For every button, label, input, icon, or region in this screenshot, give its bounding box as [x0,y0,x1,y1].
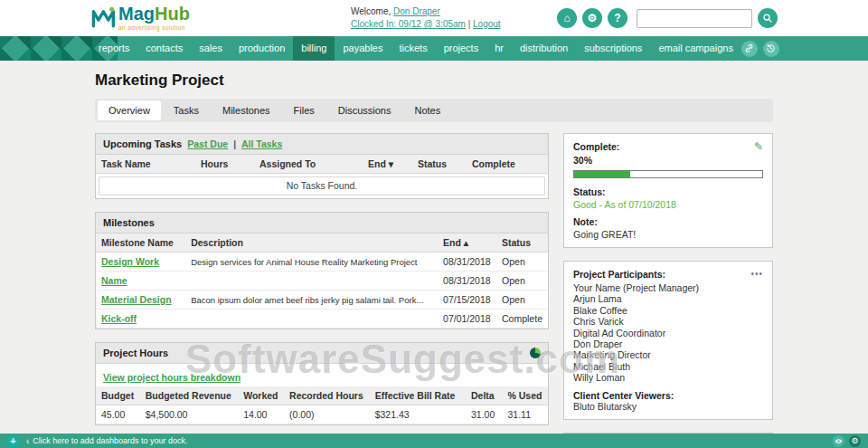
nav-item-sales[interactable]: sales [191,36,231,61]
percent-used-value: 31.11 [502,405,548,424]
settings-icon[interactable]: ⚙ [582,8,602,28]
past-due-link[interactable]: Past Due [187,138,228,149]
milestone-row: Material Design Bacon ipsum dolor amet b… [96,291,548,310]
milestone-description: Bacon ipsum dolor amet beef ribs jerky p… [185,291,438,310]
nav-item-tickets[interactable]: tickets [391,36,435,61]
tab-files[interactable]: Files [282,99,326,122]
no-tasks-message: No Tasks Found. [99,176,545,195]
milestones-table: Milestone Name Description End ▴ Status … [96,234,548,329]
tab-overview[interactable]: Overview [98,100,161,120]
milestone-status: Open [496,272,548,291]
milestone-name-link[interactable]: Material Design [101,294,172,305]
milestone-end-date: 08/31/2018 [438,253,496,272]
participants-list: Your Name (Project Manager) Arjun Lama B… [573,282,763,383]
col-recorded-hours: Recorded Hours [284,386,370,405]
participant: Arjun Lama [573,293,763,304]
maghub-logo[interactable]: MagHub an advertising solution [90,5,190,31]
tab-discussions[interactable]: Discussions [326,99,403,122]
milestones-title: Milestones [103,217,155,228]
col-assigned-to[interactable]: Assigned To [254,155,363,174]
nav-item-billing[interactable]: billing [293,36,335,61]
participant: Don Draper [573,338,763,349]
add-dashboard-icon[interactable]: + [7,435,19,447]
col-status[interactable]: Status [412,155,467,174]
worked-value: 14.00 [238,405,284,424]
nav-item-subscriptions[interactable]: subscriptions [576,36,650,61]
complete-percent: 30% [573,155,763,166]
dock-eye-icon[interactable] [833,435,844,447]
all-tasks-link[interactable]: All Tasks [241,138,282,149]
clocked-in-link[interactable]: Clocked In: 09/12 @ 3:05am [351,19,466,29]
note-label: Note: [573,216,763,227]
home-icon[interactable]: ⌂ [557,8,577,28]
nav-item-distribution[interactable]: distribution [512,36,576,61]
tab-tasks[interactable]: Tasks [162,99,211,122]
progress-bar [573,170,763,178]
milestone-name-link[interactable]: Design Work [101,256,159,267]
col-budgeted-revenue: Budgeted Revenue [140,386,238,405]
col-end-sorted[interactable]: End ▾ [363,155,412,174]
client-viewers-label: Client Center Viewers: [573,390,763,401]
ellipsis-menu-icon[interactable]: ••• [750,270,763,279]
col-status[interactable]: Status [496,234,548,253]
logo-text-mag: Mag [118,4,155,24]
logo-text-hub: Hub [155,4,190,24]
milestone-row: Kick-off 07/01/2018 Complete [96,310,548,329]
participant: Your Name (Project Manager) [573,282,763,293]
milestone-end-date: 08/31/2018 [438,272,496,291]
milestones-panel: Milestones Milestone Name Description En… [95,212,549,329]
milestone-description: Design services for Animal House Reality… [185,253,438,272]
project-hours-title: Project Hours [103,348,168,358]
col-task-name[interactable]: Task Name [96,155,195,174]
participant: Michael Bluth [573,361,763,372]
link-icon[interactable] [741,41,758,57]
dock-gear-icon[interactable]: ⚙ [849,435,861,447]
logout-link[interactable]: Logout [473,19,501,29]
hours-breakdown-link[interactable]: View project hours breakdown [103,372,241,383]
col-hours[interactable]: Hours [195,155,254,174]
upcoming-tasks-table: Task Name Hours Assigned To End ▾ Status… [96,155,548,174]
col-milestone-name[interactable]: Milestone Name [96,234,185,253]
user-name-link[interactable]: Don Draper [393,6,440,16]
project-hours-table: Budget Budgeted Revenue Worked Recorded … [96,386,548,424]
project-hours-panel: Project Hours View project hours breakdo… [95,342,549,425]
milestone-end-date: 07/15/2018 [438,291,496,310]
history-icon[interactable] [763,41,779,57]
main-content: Marketing Project Overview Tasks Milesto… [95,71,773,448]
nav-item-projects[interactable]: projects [436,36,487,61]
nav-item-production[interactable]: production [231,36,293,61]
upcoming-tasks-panel: Upcoming Tasks Past Due | All Tasks Task… [95,133,549,199]
tab-notes[interactable]: Notes [402,99,452,122]
pie-chart-icon[interactable] [530,348,541,358]
col-end-sorted[interactable]: End ▴ [438,234,496,253]
logo-tagline: an advertising solution [118,24,190,31]
search-input[interactable] [637,9,752,28]
tab-milestones[interactable]: Milestones [211,99,282,122]
top-header: MagHub an advertising solution Welcome, … [0,0,868,36]
welcome-block: Welcome, Don Draper Clocked In: 09/12 @ … [351,5,501,31]
participant: Blake Coffee [573,305,763,316]
nav-item-payables[interactable]: payables [335,36,391,61]
welcome-label: Welcome, [351,6,391,16]
milestone-name-link[interactable]: Name [101,275,127,286]
help-icon[interactable]: ? [608,8,627,28]
nav-item-reports[interactable]: reports [90,36,137,61]
maghub-logo-icon [90,5,115,30]
milestone-name-link[interactable]: Kick-off [101,313,137,324]
nav-item-hr[interactable]: hr [486,36,512,61]
separator: | [233,139,236,149]
col-complete[interactable]: Complete [467,155,548,174]
dock-message[interactable]: Click here to add dashboards to your doc… [33,436,187,445]
edit-complete-icon[interactable]: ✎ [754,141,763,152]
recorded-hours-value: (0.00) [284,405,370,424]
main-nav: reports contacts sales production billin… [0,36,868,61]
client-viewer: Bluto Blutarsky [573,401,763,412]
col-budget: Budget [96,386,140,405]
tab-bar: Overview Tasks Milestones Files Discussi… [95,99,773,122]
col-description[interactable]: Description [185,234,438,253]
note-value: Going GREAT! [573,229,763,240]
search-button[interactable] [758,8,778,28]
nav-item-email-campaigns[interactable]: email campaigns [650,36,741,61]
nav-item-contacts[interactable]: contacts [137,36,191,61]
page-title: Marketing Project [95,71,773,90]
